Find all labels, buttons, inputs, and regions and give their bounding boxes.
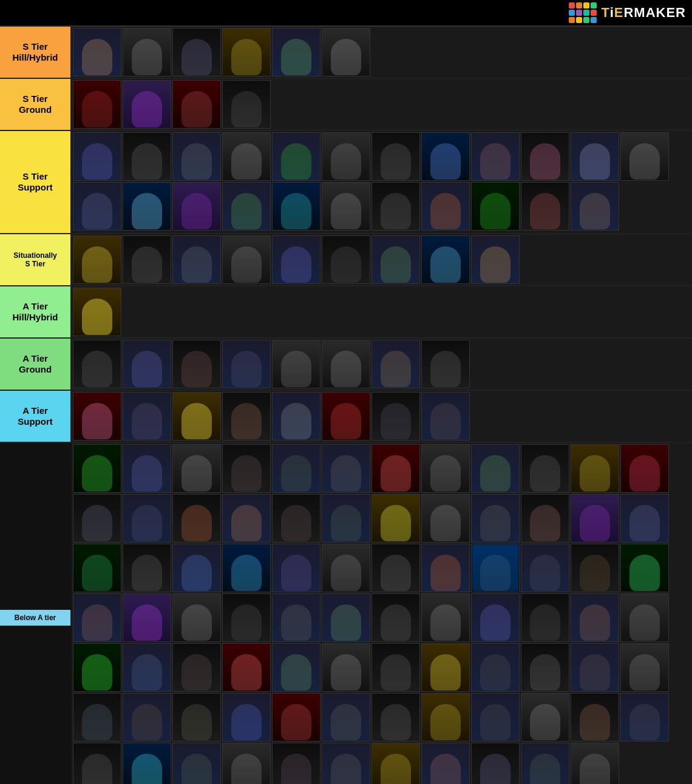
char-slot[interactable]: [371, 494, 420, 542]
char-slot[interactable]: [222, 392, 271, 441]
char-slot[interactable]: [421, 544, 470, 592]
char-slot[interactable]: [172, 80, 221, 129]
char-slot[interactable]: [222, 544, 271, 592]
char-slot[interactable]: [222, 182, 271, 231]
char-slot[interactable]: [322, 132, 370, 181]
char-slot[interactable]: [571, 544, 619, 592]
char-slot[interactable]: [73, 132, 121, 181]
char-slot[interactable]: [571, 444, 619, 493]
char-slot[interactable]: [73, 28, 121, 76]
char-slot[interactable]: [471, 593, 520, 642]
char-slot[interactable]: [521, 444, 569, 493]
char-slot[interactable]: [123, 132, 171, 181]
char-slot[interactable]: [322, 494, 370, 542]
char-slot[interactable]: [371, 643, 420, 692]
char-slot[interactable]: [222, 235, 271, 284]
char-slot[interactable]: [421, 593, 470, 642]
char-slot[interactable]: [272, 494, 321, 542]
char-slot[interactable]: [272, 132, 321, 181]
char-slot[interactable]: [620, 643, 669, 692]
char-slot[interactable]: [521, 182, 569, 231]
char-slot[interactable]: [571, 693, 619, 742]
char-slot[interactable]: [73, 444, 121, 493]
char-slot[interactable]: [521, 544, 569, 592]
char-slot[interactable]: [471, 132, 520, 181]
char-slot[interactable]: [521, 743, 569, 784]
char-slot[interactable]: [123, 494, 171, 542]
char-slot[interactable]: [322, 693, 370, 742]
char-slot[interactable]: [123, 28, 171, 76]
char-slot[interactable]: [272, 235, 321, 284]
char-slot[interactable]: [73, 593, 121, 642]
char-slot[interactable]: [571, 182, 619, 231]
char-slot[interactable]: [371, 392, 420, 441]
char-slot[interactable]: [123, 340, 171, 388]
char-slot[interactable]: [521, 593, 569, 642]
char-slot[interactable]: [123, 80, 171, 129]
char-slot[interactable]: [172, 132, 221, 181]
char-slot[interactable]: [322, 544, 370, 592]
char-slot[interactable]: [73, 182, 121, 231]
char-slot[interactable]: [272, 28, 321, 76]
char-slot[interactable]: [471, 544, 520, 592]
char-slot[interactable]: [222, 28, 271, 76]
char-slot[interactable]: [322, 444, 370, 493]
char-slot[interactable]: [123, 693, 171, 742]
char-slot[interactable]: [620, 444, 669, 493]
char-slot[interactable]: [123, 544, 171, 592]
char-slot[interactable]: [421, 444, 470, 493]
char-slot[interactable]: [172, 340, 221, 388]
char-slot[interactable]: [421, 340, 470, 388]
char-slot[interactable]: [222, 340, 271, 388]
char-slot[interactable]: [222, 693, 271, 742]
char-slot[interactable]: [521, 693, 569, 742]
char-slot[interactable]: [471, 643, 520, 692]
char-slot[interactable]: [222, 593, 271, 642]
char-slot[interactable]: [123, 392, 171, 441]
char-slot[interactable]: [620, 494, 669, 542]
char-slot[interactable]: [73, 643, 121, 692]
char-slot[interactable]: [172, 182, 221, 231]
char-slot[interactable]: [571, 593, 619, 642]
char-slot[interactable]: [73, 80, 121, 129]
char-slot[interactable]: [322, 392, 370, 441]
char-slot[interactable]: [471, 182, 520, 231]
char-slot[interactable]: [172, 494, 221, 542]
char-slot[interactable]: [322, 593, 370, 642]
char-slot[interactable]: [571, 643, 619, 692]
char-slot[interactable]: [371, 444, 420, 493]
char-slot[interactable]: [272, 444, 321, 493]
char-slot[interactable]: [123, 182, 171, 231]
char-slot[interactable]: [123, 643, 171, 692]
char-slot[interactable]: [471, 743, 520, 784]
char-slot[interactable]: [272, 743, 321, 784]
char-slot[interactable]: [322, 643, 370, 692]
char-slot[interactable]: [172, 444, 221, 493]
char-slot[interactable]: [620, 593, 669, 642]
char-slot[interactable]: [272, 593, 321, 642]
char-slot[interactable]: [521, 643, 569, 692]
char-slot[interactable]: [272, 693, 321, 742]
char-slot[interactable]: [73, 743, 121, 784]
char-slot[interactable]: [322, 28, 370, 76]
char-slot[interactable]: [222, 743, 271, 784]
char-slot[interactable]: [123, 593, 171, 642]
char-slot[interactable]: [123, 444, 171, 493]
char-slot[interactable]: [571, 494, 619, 542]
char-slot[interactable]: [73, 340, 121, 388]
char-slot[interactable]: [272, 544, 321, 592]
char-slot[interactable]: [471, 494, 520, 542]
char-slot[interactable]: [172, 28, 221, 76]
char-slot[interactable]: [123, 235, 171, 284]
char-slot[interactable]: [172, 643, 221, 692]
char-slot[interactable]: [371, 693, 420, 742]
char-slot[interactable]: [172, 392, 221, 441]
char-slot[interactable]: [421, 743, 470, 784]
char-slot[interactable]: [272, 182, 321, 231]
char-slot[interactable]: [73, 392, 121, 441]
char-slot[interactable]: [471, 693, 520, 742]
char-slot[interactable]: [172, 544, 221, 592]
char-slot[interactable]: [571, 132, 619, 181]
char-slot[interactable]: [471, 444, 520, 493]
char-slot[interactable]: [222, 80, 271, 129]
